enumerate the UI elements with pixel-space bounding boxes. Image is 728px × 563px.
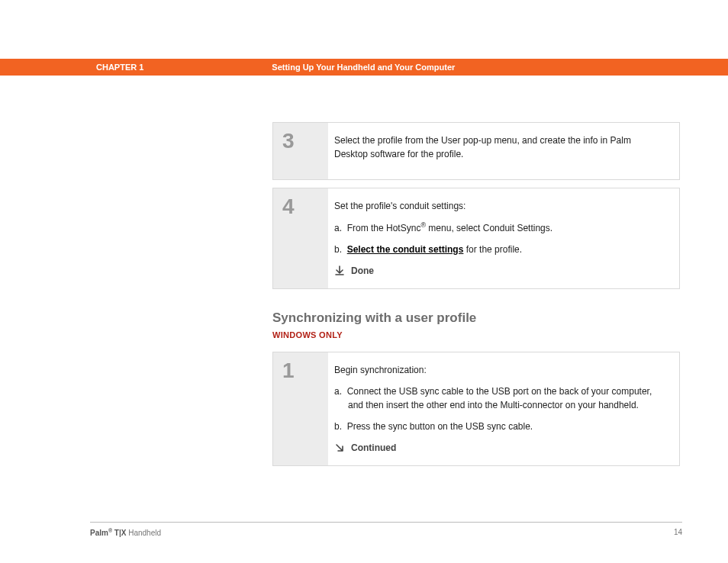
- step-subitem: a. Connect the USB sync cable to the USB…: [334, 384, 665, 412]
- step-sublist: a. From the HotSync® menu, select Condui…: [334, 220, 665, 256]
- done-indicator: Done: [334, 264, 665, 278]
- step-body: Begin synchronization: a. Connect the US…: [328, 352, 679, 465]
- step-intro: Begin synchronization:: [334, 363, 665, 377]
- step-subitem: b. Press the sync button on the USB sync…: [334, 420, 665, 433]
- step-subitem: b. Select the conduit settings for the p…: [334, 243, 665, 256]
- footer-rule: [90, 522, 682, 523]
- step-body: Set the profile's conduit settings: a. F…: [328, 188, 679, 288]
- arrow-down-right-icon: [334, 442, 345, 453]
- step-intro: Set the profile's conduit settings:: [334, 199, 665, 213]
- step-number: 4: [273, 188, 328, 288]
- step-number: 1: [273, 352, 328, 465]
- continued-indicator: Continued: [334, 441, 665, 455]
- step-intro: Select the profile from the User pop-up …: [334, 134, 665, 161]
- continued-label: Continued: [351, 441, 396, 455]
- page-number: 14: [674, 528, 682, 537]
- main-content: 3 Select the profile from the User pop-u…: [272, 122, 680, 474]
- chapter-label: CHAPTER 1: [96, 63, 143, 72]
- step-number: 3: [273, 123, 328, 179]
- page-footer: Palm® T|X Handheld 14: [90, 528, 682, 537]
- chapter-header-bar: CHAPTER 1 Setting Up Your Handheld and Y…: [0, 59, 728, 76]
- step-body: Select the profile from the User pop-up …: [328, 123, 679, 179]
- step-subitem: a. From the HotSync® menu, select Condui…: [334, 220, 665, 235]
- step-box: 3 Select the profile from the User pop-u…: [272, 122, 680, 180]
- step-box: 4 Set the profile's conduit settings: a.…: [272, 188, 680, 289]
- step-box: 1 Begin synchronization: a. Connect the …: [272, 352, 680, 466]
- download-done-icon: [334, 265, 345, 276]
- platform-label: WINDOWS ONLY: [272, 330, 680, 339]
- step-sublist: a. Connect the USB sync cable to the USB…: [334, 384, 665, 433]
- done-label: Done: [351, 264, 374, 278]
- conduit-settings-link[interactable]: Select the conduit settings: [347, 244, 464, 255]
- footer-brand: Palm® T|X Handheld: [90, 528, 161, 537]
- subsection-heading: Synchronizing with a user profile: [272, 310, 680, 326]
- section-label: Setting Up Your Handheld and Your Comput…: [272, 63, 455, 72]
